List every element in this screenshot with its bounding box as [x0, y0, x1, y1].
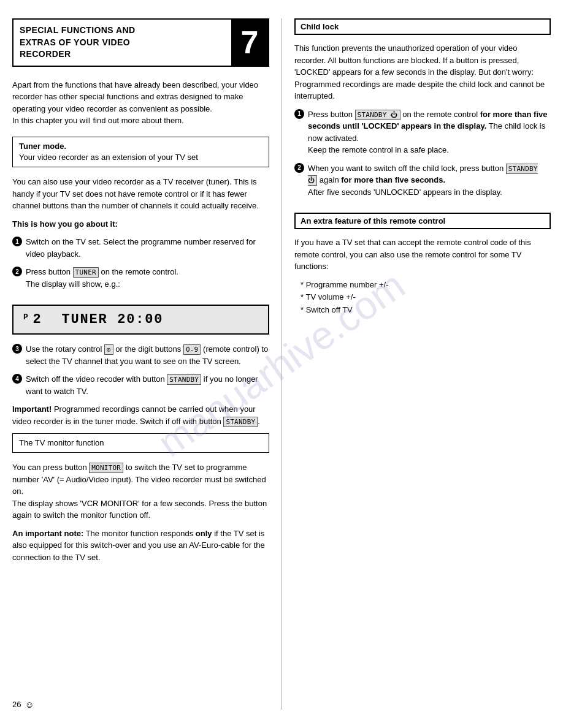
- tuner-display: P 2 TUNER 20:00: [12, 305, 269, 335]
- step-4: 4 Switch off the video recoder with butt…: [12, 373, 269, 397]
- left-column: SPECIAL FUNCTIONS AND EXTRAS OF YOUR VID…: [12, 18, 282, 710]
- standby-btn-2: STANDBY: [223, 417, 258, 427]
- important-note: Important! Programmed recordings cannot …: [12, 403, 269, 427]
- list-item: Switch off TV: [301, 304, 551, 317]
- step-1: 1 Switch on the TV set. Select the progr…: [12, 236, 269, 260]
- extra-feature-title: An extra feature of this remote control: [301, 216, 545, 226]
- cl-step-circle-2: 2: [294, 163, 304, 173]
- page-number: 26: [12, 700, 21, 709]
- chapter-number: 7: [231, 20, 268, 66]
- tuner-section-box: Tuner mode. Your video recorder as an ex…: [12, 137, 269, 167]
- tv-monitor-title: The TV monitor function: [19, 438, 262, 449]
- extra-feature-list: Programme number +/- TV volume +/- Switc…: [301, 279, 551, 317]
- page-footer: 26 ☺: [12, 687, 269, 710]
- step-2-text: Press button TUNER on the remote control…: [26, 266, 178, 290]
- extra-feature-header: An extra feature of this remote control: [294, 213, 551, 229]
- list-item: TV volume +/-: [301, 291, 551, 304]
- chapter-title-block: SPECIAL FUNCTIONS AND EXTRAS OF YOUR VID…: [13, 20, 231, 66]
- cl-step-circle-1: 1: [294, 109, 304, 119]
- tv-monitor-body: You can press button MONITOR to switch t…: [12, 461, 269, 521]
- step-circle-3: 3: [12, 344, 22, 354]
- step-3: 3 Use the rotary control ⊙ or the digit …: [12, 343, 269, 367]
- display-p-label: P: [23, 313, 29, 322]
- standby-key-1: STANDBY ⏻: [355, 110, 400, 120]
- tv-monitor-note: An important note: The monitor function …: [12, 528, 269, 564]
- display-time: 20:00: [117, 312, 163, 327]
- smiley-icon: ☺: [25, 699, 34, 710]
- step-2: 2 Press button TUNER on the remote contr…: [12, 266, 269, 290]
- tuner-btn: TUNER: [73, 267, 99, 278]
- tuner-section-subtitle: Your video recorder as an extension of y…: [19, 152, 262, 163]
- step-1-text: Switch on the TV set. Select the program…: [26, 236, 269, 260]
- tuner-how-title: This is how you go about it:: [12, 218, 269, 230]
- cl-step-1-text: Press button STANDBY ⏻ on the remote con…: [308, 108, 551, 156]
- right-column: Child lock This function prevents the un…: [282, 18, 551, 710]
- rotary-btn: ⊙: [104, 344, 113, 355]
- list-item: Programme number +/-: [301, 279, 551, 292]
- display-mode: TUNER: [62, 312, 108, 327]
- monitor-btn: MONITOR: [89, 463, 123, 473]
- step-4-text: Switch off the video recoder with button…: [26, 373, 269, 397]
- child-lock-step-1: 1 Press button STANDBY ⏻ on the remote c…: [294, 108, 551, 156]
- step-circle-4: 4: [12, 374, 22, 384]
- chapter-header: SPECIAL FUNCTIONS AND EXTRAS OF YOUR VID…: [12, 18, 269, 67]
- step-circle-2: 2: [12, 267, 22, 276]
- step-circle-1: 1: [12, 237, 22, 246]
- extra-feature-body: If you have a TV set that can accept the…: [294, 237, 551, 273]
- child-lock-body: This function prevents the unauthorized …: [294, 42, 551, 102]
- tuner-body: You can also use your video recorder as …: [12, 176, 269, 212]
- child-lock-step-2: 2 When you want to switch off the child …: [294, 162, 551, 199]
- child-lock-title: Child lock: [301, 22, 545, 31]
- chapter-title: SPECIAL FUNCTIONS AND EXTRAS OF YOUR VID…: [20, 25, 225, 61]
- cl-step-2-text: When you want to switch off the child lo…: [308, 162, 551, 199]
- step-3-text: Use the rotary control ⊙ or the digit bu…: [26, 343, 269, 367]
- tuner-section-title: Tuner mode.: [19, 141, 262, 152]
- child-lock-header: Child lock: [294, 18, 551, 35]
- intro-text: Apart from the functions that have alrea…: [12, 79, 269, 127]
- digit-btn: 0-9: [183, 344, 201, 355]
- display-channel: 2: [33, 312, 42, 327]
- standby-btn-1: STANDBY: [167, 374, 201, 385]
- tv-monitor-section-box: The TV monitor function: [12, 433, 269, 453]
